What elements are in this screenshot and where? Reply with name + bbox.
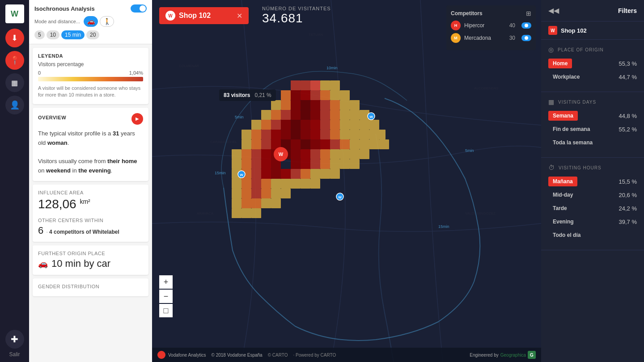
chart-button[interactable]: ▦ — [5, 73, 24, 92]
svg-rect-14 — [301, 90, 310, 100]
svg-rect-66 — [242, 139, 251, 149]
filter-shop-badge: W Shop 102 — [541, 21, 644, 40]
svg-rect-113 — [301, 169, 310, 179]
exit-label[interactable]: Salir — [9, 351, 20, 358]
svg-rect-59 — [310, 130, 320, 139]
svg-rect-60 — [320, 130, 330, 139]
dist-10-button[interactable]: 10 — [47, 30, 59, 39]
plus-button[interactable]: ✚ — [5, 330, 24, 349]
heatmap-tooltip: 83 visitors 0,21 % — [219, 89, 276, 101]
todo-dia-badge[interactable]: Todo el día — [548, 230, 585, 240]
visitors-label: NÚMERO DE VISITANTES — [262, 6, 331, 11]
midday-pct: 20,6 % — [619, 192, 637, 198]
svg-rect-67 — [251, 139, 261, 149]
play-button[interactable]: ▶ — [131, 113, 143, 125]
zoom-in-button[interactable]: + — [159, 275, 173, 289]
svg-rect-36 — [340, 110, 350, 120]
svg-text:5min: 5min — [235, 115, 244, 119]
left-panel: Isochronous Analysis Mode and distance..… — [29, 0, 152, 362]
svg-text:15min: 15min — [438, 224, 449, 229]
age-value: 31 — [113, 130, 119, 137]
user-button[interactable]: 👤 — [5, 96, 24, 114]
svg-rect-109 — [261, 169, 271, 179]
gender-distribution-section: GENDER DISTRIBUTION — [33, 278, 148, 296]
reset-view-button[interactable]: □ — [159, 304, 173, 317]
svg-rect-138 — [242, 208, 251, 218]
gender-label: GENDER DISTRIBUTION — [38, 284, 143, 289]
dist-20-button[interactable]: 20 — [86, 30, 99, 39]
workplace-pct: 44,7 % — [619, 74, 637, 80]
midday-badge[interactable]: Mid-day — [548, 190, 577, 200]
isochronous-toggle[interactable] — [131, 4, 147, 13]
svg-rect-128 — [251, 189, 261, 198]
svg-rect-130 — [271, 189, 281, 198]
svg-rect-43 — [291, 120, 301, 130]
other-centers-value: 6 · 4 competitors of Whitelabel — [38, 225, 143, 236]
influence-value: 128,06 km² — [38, 197, 143, 211]
competitors-settings-icon[interactable]: ⊞ — [526, 10, 531, 17]
download-icon: ⬇ — [11, 33, 18, 43]
svg-text:W: W — [279, 152, 284, 157]
origin-home-row: Home 55,3 % — [548, 59, 637, 68]
svg-rect-27 — [350, 100, 360, 110]
svg-rect-37 — [350, 110, 360, 120]
svg-rect-71 — [291, 139, 301, 149]
svg-rect-54 — [261, 130, 271, 139]
hours-tarde-row: Tarde 24,2 % — [548, 203, 637, 213]
svg-rect-10 — [320, 80, 330, 90]
dist-5-button[interactable]: 5 — [34, 30, 45, 39]
car-mode-button[interactable]: 🚗 — [84, 16, 98, 27]
visitors-block: NÚMERO DE VISITANTES 34.681 — [262, 6, 331, 25]
mercadona-visibility-toggle[interactable] — [521, 35, 531, 41]
origin-value: their home — [107, 158, 137, 164]
gender-value: woman — [47, 139, 68, 146]
home-badge[interactable]: Home — [548, 59, 572, 68]
evening-badge[interactable]: Evening — [548, 217, 578, 227]
map-pin-button[interactable]: 📍 — [5, 51, 24, 70]
close-icon[interactable]: ✕ — [237, 12, 242, 20]
legend-note: A visitor will be considered someone who… — [38, 85, 143, 99]
home-pct: 55,3 % — [619, 60, 637, 67]
furthest-label: FURTHEST ORIGIN PLACE — [38, 251, 143, 256]
svg-rect-82 — [251, 149, 261, 159]
svg-rect-136 — [271, 198, 281, 208]
svg-rect-78 — [360, 139, 369, 149]
svg-rect-104 — [340, 159, 350, 169]
tarde-badge[interactable]: Tarde — [548, 203, 572, 213]
workplace-badge[interactable]: Workplace — [548, 72, 584, 82]
origin-section-title: PLACE OF ORIGIN — [558, 47, 604, 52]
furthest-value: 10 min by car — [51, 258, 110, 269]
fds-badge[interactable]: Fin de semana — [548, 124, 594, 134]
dist-15-button[interactable]: 15 min — [61, 30, 85, 39]
svg-rect-47 — [330, 120, 340, 130]
svg-rect-63 — [350, 130, 360, 139]
collapse-button[interactable]: ◀◀ — [548, 6, 559, 15]
svg-rect-119 — [251, 179, 261, 189]
svg-rect-64 — [360, 130, 369, 139]
svg-rect-120 — [261, 179, 271, 189]
svg-rect-24 — [320, 100, 330, 110]
semana-badge[interactable]: Semana — [548, 111, 578, 121]
svg-rect-30 — [281, 110, 291, 120]
competitors-panel: Competitors ⊞ H Hipercor 40 M Mercadona … — [446, 5, 536, 50]
plus-icon: ✚ — [11, 334, 18, 345]
toda-semana-badge[interactable]: Toda la semana — [548, 138, 597, 147]
manana-badge[interactable]: Mañana — [548, 177, 577, 186]
svg-rect-124 — [301, 179, 310, 189]
map-footer: Vodafone Analytics © 2018 Vodafone Españ… — [152, 348, 541, 362]
legend-min: 0 — [38, 70, 41, 76]
influence-label: INFLUENCE AREA — [38, 190, 143, 195]
svg-rect-0 — [152, 0, 541, 362]
svg-rect-87 — [301, 149, 310, 159]
hipercor-visibility-toggle[interactable] — [521, 22, 531, 29]
svg-rect-101 — [310, 159, 320, 169]
walk-mode-button[interactable]: 🚶 — [100, 16, 114, 27]
svg-rect-53 — [251, 130, 261, 139]
distance-buttons: 5 10 15 min 20 — [34, 30, 147, 39]
hipercor-name: Hipercor — [464, 22, 506, 29]
zoom-out-button[interactable]: − — [159, 290, 173, 303]
download-button[interactable]: ⬇ — [5, 29, 24, 47]
hours-todo-row: Todo el día — [548, 230, 637, 240]
shop-badge[interactable]: W Shop 102 ✕ — [159, 7, 249, 24]
map-background[interactable]: COLMENAR ARAVACA VALDEMINGÓZEZ ALCOBENDA… — [152, 0, 541, 362]
